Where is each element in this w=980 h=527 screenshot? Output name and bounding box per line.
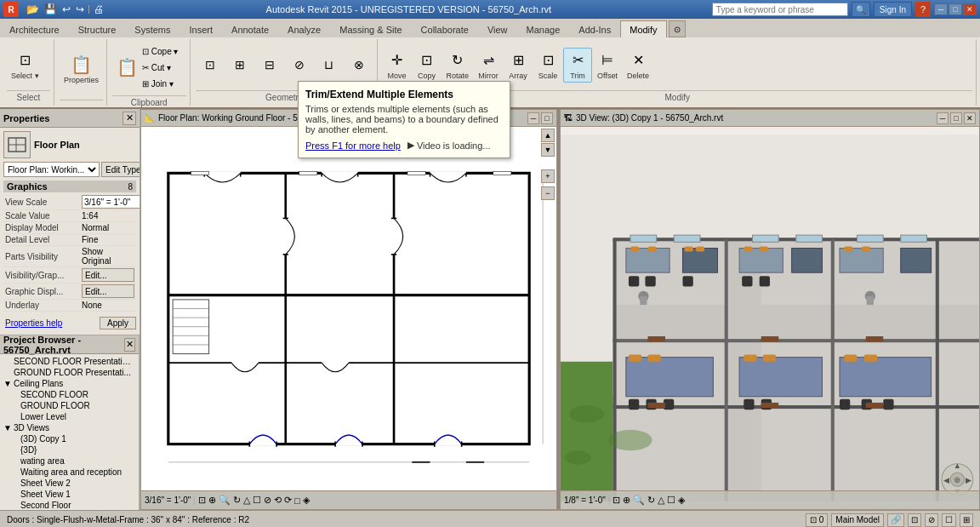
view3d-btn1[interactable]: ⊡ — [612, 495, 620, 506]
fp-toolbar-btn5[interactable]: △ — [243, 495, 250, 506]
search-input[interactable] — [712, 3, 848, 16]
restore-btn[interactable]: □ — [949, 3, 962, 15]
tab-view[interactable]: View — [478, 20, 517, 37]
qa-save-btn[interactable]: 💾 — [43, 3, 59, 15]
pb-item-wating-area[interactable]: wating area — [2, 455, 137, 467]
status-btn4[interactable]: ☐ — [942, 513, 956, 527]
geom-btn-3[interactable]: ⊟ — [255, 52, 284, 77]
fp-toolbar-btn1[interactable]: ⊡ — [198, 495, 206, 506]
prop-section-graphics[interactable]: Graphics 8 — [3, 180, 136, 192]
view3d-btn2[interactable]: ⊕ — [623, 495, 630, 506]
view3d-restore-btn[interactable]: □ — [950, 112, 962, 124]
pb-item-ceiling-lower[interactable]: Lower Level — [2, 411, 137, 422]
fp-restore-btn[interactable]: □ — [541, 112, 553, 124]
pb-item-3d-copy1[interactable]: (3D) Copy 1 — [2, 433, 137, 444]
geom-btn-1[interactable]: ⊡ — [196, 52, 225, 77]
close-btn[interactable]: ✕ — [963, 3, 977, 15]
view3d-btn3[interactable]: 🔍 — [633, 495, 645, 506]
pb-item-sheet-view-2[interactable]: Sheet View 2 — [2, 478, 137, 489]
copy-btn[interactable]: ⊡ Cope ▾ — [139, 43, 181, 59]
pb-content[interactable]: SECOND FLOOR Presentatio... GROUND FLOOR… — [0, 354, 139, 510]
tab-annotate[interactable]: Annotate — [222, 20, 278, 37]
fp-nav-up[interactable]: ▲ — [541, 129, 555, 142]
status-btn1[interactable]: 🔗 — [887, 513, 904, 527]
join-btn[interactable]: ⊞ Join ▾ — [139, 76, 181, 91]
properties-apply-btn[interactable]: Apply — [100, 317, 136, 329]
fp-toolbar-btn9[interactable]: ⟳ — [284, 495, 292, 506]
qa-open-btn[interactable]: 📂 — [25, 3, 41, 15]
view3d-canvas[interactable]: ⊕ ▲ ▼ ◀ ▶ 1/8" = 1'-0" 1/8" = 1'-0" | ⊡ … — [561, 127, 979, 509]
modify-btn-copy[interactable]: ⊡ Copy — [413, 48, 442, 83]
cut-btn[interactable]: ✂ Cut ▾ — [139, 60, 181, 75]
fp-toolbar-btn11[interactable]: ◈ — [303, 495, 310, 506]
fp-canvas[interactable]: ▲ ▼ + − — [141, 127, 556, 490]
prop-input-viewscale[interactable] — [82, 195, 140, 209]
modify-btn-offset[interactable]: ⊨ Offset — [593, 48, 622, 83]
tab-collaborate[interactable]: Collaborate — [412, 20, 478, 37]
fp-toolbar-btn3[interactable]: 🔍 — [219, 495, 231, 506]
properties-help-link[interactable]: Properties help — [5, 318, 62, 328]
minimize-btn[interactable]: ─ — [934, 3, 948, 15]
fp-toolbar-btn7[interactable]: ⊘ — [264, 495, 271, 506]
select-btn[interactable]: ⊡ Select ▾ — [7, 48, 43, 83]
prop-view-select[interactable]: Floor Plan: Workin... — [3, 162, 100, 177]
status-btn5[interactable]: ⊞ — [960, 513, 973, 527]
pb-cat-ceiling-plans[interactable]: ▼ Ceiling Plans — [2, 378, 137, 389]
modify-btn-delete[interactable]: ✕ Delete — [623, 48, 653, 83]
view3d-btn6[interactable]: ☐ — [667, 495, 675, 506]
pb-item-waiting-reception[interactable]: Waiting area and reception — [2, 467, 137, 478]
fp-minimize-btn[interactable]: ─ — [527, 112, 539, 124]
view3d-btn5[interactable]: △ — [658, 495, 664, 506]
modify-btn-scale[interactable]: ⊡ Scale — [533, 48, 562, 83]
pb-cat-3d-views[interactable]: ▼ 3D Views — [2, 422, 137, 433]
sign-in-btn[interactable]: Sign In — [874, 2, 912, 17]
prop-btn-vizgraph[interactable]: Edit... — [82, 268, 134, 282]
status-btn2[interactable]: ⊡ — [908, 513, 921, 527]
fp-toolbar-btn2[interactable]: ⊕ — [208, 495, 216, 506]
view3d-btn4[interactable]: ↻ — [647, 495, 655, 506]
pb-item-second-floor[interactable]: Second Floor — [2, 500, 137, 510]
tab-manage[interactable]: Manage — [517, 20, 570, 37]
tab-modify[interactable]: Modify — [620, 20, 666, 37]
modify-btn-move[interactable]: ✛ Move — [383, 48, 412, 83]
tooltip-help-link[interactable]: Press F1 for more help — [305, 140, 401, 151]
tab-massing[interactable]: Massing & Site — [330, 20, 411, 37]
fp-toolbar-btn6[interactable]: ☐ — [253, 495, 261, 506]
tab-structure[interactable]: Structure — [69, 20, 126, 37]
pb-item-sheet-view-1[interactable]: Sheet View 1 — [2, 489, 137, 500]
view3d-close-btn[interactable]: ✕ — [964, 112, 976, 124]
tab-systems[interactable]: Systems — [125, 20, 179, 37]
contextual-tab[interactable]: ⊙ — [669, 20, 686, 37]
modify-btn-trim[interactable]: ✂ Trim — [563, 48, 592, 83]
status-btn3[interactable]: ⊘ — [925, 513, 938, 527]
properties-close-btn[interactable]: ✕ — [122, 112, 136, 125]
modify-btn-array[interactable]: ⊞ Array — [504, 48, 533, 83]
qa-redo-btn[interactable]: ↪ — [74, 3, 86, 15]
prop-btn-graphicdisp[interactable]: Edit... — [82, 284, 134, 298]
pb-close-btn[interactable]: ✕ — [124, 338, 135, 352]
pb-item-ceiling-ground[interactable]: GROUND FLOOR — [2, 400, 137, 411]
pb-item-3d[interactable]: {3D} — [2, 444, 137, 455]
modify-btn-mirror[interactable]: ⇌ Mirror — [474, 48, 503, 83]
pb-item-ceiling-second[interactable]: SECOND FLOOR — [2, 389, 137, 400]
qa-print-btn[interactable]: 🖨 — [92, 3, 105, 15]
help-btn[interactable]: ? — [915, 2, 931, 17]
search-btn[interactable]: 🔍 — [852, 2, 870, 17]
fp-toolbar-btn10[interactable]: □ — [294, 495, 300, 506]
geom-btn-5[interactable]: ⊔ — [315, 52, 344, 77]
geom-btn-6[interactable]: ⊗ — [345, 52, 373, 77]
properties-ribbon-btn[interactable]: 📋 Properties — [60, 52, 103, 87]
fp-zoom-out[interactable]: − — [541, 186, 555, 200]
pb-item-second-floor-pres[interactable]: SECOND FLOOR Presentatio... — [2, 356, 137, 367]
geom-btn-2[interactable]: ⊞ — [225, 52, 254, 77]
view3d-btn7[interactable]: ◈ — [678, 495, 685, 506]
prop-edit-type-btn[interactable]: Edit Type — [101, 162, 140, 177]
fp-zoom-in[interactable]: + — [541, 169, 555, 183]
tab-addins[interactable]: Add-Ins — [569, 20, 620, 37]
tab-analyze[interactable]: Analyze — [278, 20, 330, 37]
fp-toolbar-btn4[interactable]: ↻ — [233, 495, 241, 506]
view3d-minimize-btn[interactable]: ─ — [937, 112, 949, 124]
pb-item-ground-floor-pres[interactable]: GROUND FLOOR Presentati... — [2, 367, 137, 378]
status-worksets-btn[interactable]: ⊡ 0 — [806, 513, 828, 527]
tab-architecture[interactable]: Architecture — [0, 20, 69, 37]
